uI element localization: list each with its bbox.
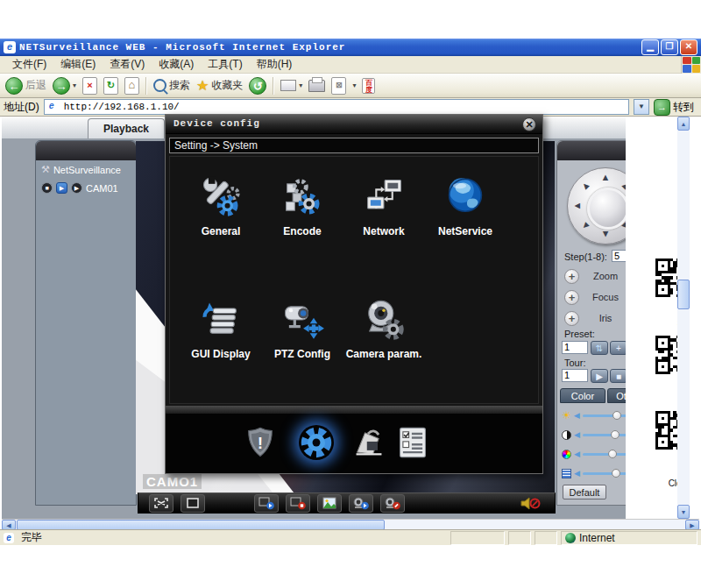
menu-tools[interactable]: 工具(T) <box>201 55 249 74</box>
screen: e NETSurveillance WEB - Microsoft Intern… <box>0 0 701 588</box>
mute-button[interactable] <box>520 496 541 511</box>
contrast-left-arrow[interactable]: ◀ <box>574 430 580 439</box>
restore-button[interactable]: ❐ <box>661 39 678 55</box>
camera-play-icon <box>352 496 370 510</box>
focus-plus-button[interactable]: + <box>564 290 579 305</box>
scroll-down-button[interactable]: ▼ <box>677 505 690 519</box>
device-tree-panel: ⚒ NetSurveillance ■ ▶ ▶ CAM01 <box>35 140 137 506</box>
ptz-up-icon[interactable]: ▲ <box>599 171 612 183</box>
focus-label: Focus <box>592 292 619 302</box>
vertical-scrollbar[interactable]: ▲ ▼ <box>677 117 690 519</box>
stop-all-button[interactable] <box>286 494 310 513</box>
nav-advanced-tab[interactable] <box>351 425 386 460</box>
scroll-up-button[interactable]: ▲ <box>677 117 690 131</box>
shield-alarm-icon: ! <box>243 425 278 460</box>
minimize-button[interactable]: ▁ <box>641 39 659 55</box>
wrench-icon: ⚒ <box>41 164 50 175</box>
nav-info-tab[interactable] <box>395 425 430 460</box>
menu-general[interactable]: General <box>181 174 261 237</box>
menu-favorites[interactable]: 收藏(A) <box>152 55 201 74</box>
menu-help[interactable]: 帮助(H) <box>250 55 300 74</box>
ptz-down-icon[interactable]: ▲ <box>599 229 612 241</box>
saturation-left-arrow[interactable]: ◀ <box>574 450 580 458</box>
address-dropdown-button[interactable]: ▼ <box>634 99 649 115</box>
preset-add-button[interactable]: + <box>610 341 627 355</box>
brightness-left-arrow[interactable]: ◀ <box>574 411 580 420</box>
play-circle-icon[interactable]: ▶ <box>71 182 82 194</box>
gui-display-icon <box>198 297 244 343</box>
address-input[interactable]: e http://192.168.1.10/ <box>44 99 629 115</box>
go-button[interactable]: → 转到 <box>654 99 697 116</box>
history-icon[interactable]: ↺ <box>249 77 266 95</box>
ptz-upleft-icon[interactable]: ▲ <box>577 177 594 195</box>
device-config-dialog: Device config ✕ Setting -> System Genera… <box>165 114 543 474</box>
encode-label: Encode <box>262 225 343 237</box>
tree-camera-row[interactable]: ■ ▶ ▶ CAM01 <box>36 179 136 197</box>
window-titlebar[interactable]: e NETSurveillance WEB - Microsoft Intern… <box>0 39 701 56</box>
tab-playback[interactable]: Playback <box>88 118 165 138</box>
menu-ptz-config[interactable]: PTZ Config <box>262 297 343 360</box>
tour-input[interactable]: 1 <box>562 369 588 382</box>
forward-button[interactable]: → ▾ <box>53 77 76 95</box>
home-button[interactable]: ⌂ <box>124 77 139 95</box>
vertical-scroll-thumb[interactable] <box>677 280 690 309</box>
hue-left-arrow[interactable]: ◀ <box>574 469 580 478</box>
plugin-page-icon[interactable]: 百度 <box>362 78 375 94</box>
network-label: Network <box>343 225 424 237</box>
tab-color[interactable]: Color <box>560 388 605 403</box>
nav-alarm-tab[interactable]: ! <box>243 425 278 460</box>
preset-goto-button[interactable]: ⇅ <box>591 341 608 355</box>
menu-gui-display[interactable]: GUI Display <box>181 297 261 360</box>
fullscreen-button[interactable] <box>149 494 173 513</box>
status-bar: e 完毕 Internet <box>0 529 701 545</box>
print-button[interactable] <box>308 80 325 92</box>
record-button[interactable] <box>349 494 373 513</box>
ptz-left-icon[interactable]: ▲ <box>570 200 583 212</box>
internet-globe-icon <box>565 533 576 543</box>
favorites-button[interactable]: ★ 收藏夹 <box>196 77 243 94</box>
screen-play-icon <box>258 496 275 510</box>
tour-label: Tour: <box>564 358 585 368</box>
nav-system-tab[interactable] <box>299 425 334 460</box>
refresh-button[interactable]: ↻ <box>103 77 118 95</box>
menu-camera-param[interactable]: Camera param. <box>343 297 424 360</box>
iris-plus-button[interactable]: + <box>564 311 579 326</box>
stop-button[interactable]: × <box>82 77 97 95</box>
dialog-titlebar[interactable]: Device config ✕ <box>166 115 542 134</box>
search-button[interactable]: 搜索 <box>153 78 190 93</box>
menu-view[interactable]: 查看(V) <box>103 55 152 74</box>
fullscreen-icon <box>153 497 169 509</box>
single-window-button[interactable] <box>181 494 205 513</box>
ptz-center-button[interactable] <box>587 188 629 230</box>
back-button[interactable]: ← 后退 <box>5 77 46 95</box>
general-label: General <box>181 225 261 237</box>
stop-record-button[interactable] <box>380 494 405 513</box>
menu-netservice[interactable]: NetService <box>425 174 506 237</box>
play-square-icon[interactable]: ▶ <box>56 182 67 194</box>
dialog-close-button[interactable]: ✕ <box>522 117 536 131</box>
preset-label: Preset: <box>564 329 595 339</box>
zoom-plus-button[interactable]: + <box>564 269 579 284</box>
edit-button[interactable]: ⊠ <box>331 77 346 95</box>
general-icon <box>198 174 244 220</box>
zoom-label: Zoom <box>593 271 618 281</box>
play-all-button[interactable] <box>254 494 279 513</box>
tour-stop-button[interactable]: ■ <box>610 369 627 383</box>
mail-button[interactable]: ▾ <box>280 80 302 91</box>
menu-network[interactable]: Network <box>343 174 424 237</box>
snapshot-button[interactable] <box>317 494 342 513</box>
tour-play-button[interactable]: ▶ <box>591 369 608 383</box>
close-button[interactable]: ✕ <box>680 39 697 55</box>
menu-file[interactable]: 文件(F) <box>5 55 53 74</box>
camera-param-icon <box>361 297 407 343</box>
menu-encode[interactable]: Encode <box>262 174 343 237</box>
stop-circle-icon[interactable]: ■ <box>41 182 53 194</box>
menu-edit[interactable]: 编辑(E) <box>53 55 103 74</box>
checklist-icon <box>395 425 430 460</box>
brightness-icon: ☀ <box>562 410 571 421</box>
ptz-config-icon <box>280 297 325 343</box>
step-label: Step(1-8): <box>564 251 607 262</box>
default-button[interactable]: Default <box>563 485 606 499</box>
tree-root[interactable]: ⚒ NetSurveillance <box>36 160 136 179</box>
preset-input[interactable]: 1 <box>562 341 588 354</box>
